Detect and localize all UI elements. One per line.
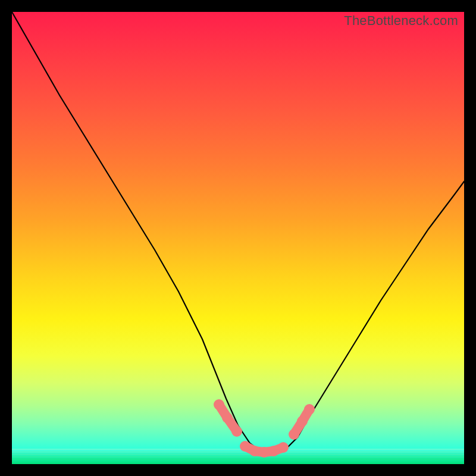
marker-dot — [222, 412, 233, 423]
bottleneck-curve — [12, 12, 464, 452]
marker-dot — [268, 446, 279, 456]
marker-dot — [259, 447, 270, 458]
chart-frame: TheBottleneck.com — [0, 0, 476, 476]
marker-cluster-left — [214, 399, 242, 437]
bottom-band — [12, 456, 464, 458]
marker-dot — [297, 416, 308, 427]
marker-dot — [249, 446, 260, 456]
marker-dot — [231, 426, 242, 437]
curve-layer — [12, 12, 464, 464]
bottom-band-layer — [12, 449, 464, 460]
marker-dot — [304, 404, 315, 415]
marker-dot — [214, 399, 224, 410]
bottom-band — [12, 458, 464, 460]
marker-dot — [240, 441, 250, 452]
plot-area: TheBottleneck.com — [12, 12, 464, 464]
bottom-band — [12, 453, 464, 455]
bottom-band — [12, 451, 464, 453]
marker-cluster-right — [289, 404, 315, 440]
marker-dot — [289, 429, 299, 440]
marker-dot — [278, 442, 289, 453]
bottom-band — [12, 449, 464, 450]
